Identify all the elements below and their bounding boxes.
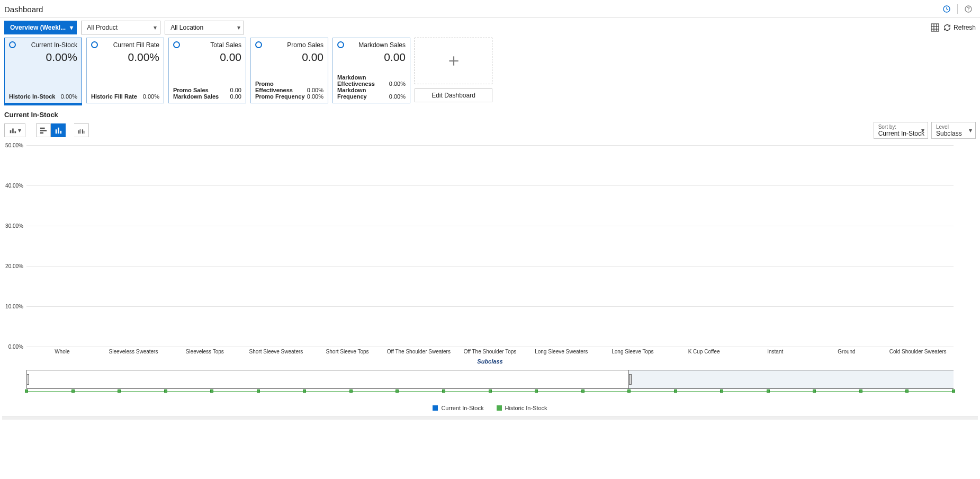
chevron-down-icon: ▾	[921, 127, 924, 134]
brush-handle-right[interactable]	[629, 374, 632, 385]
vertical-bar-icon	[55, 127, 62, 134]
grouped-bar-button[interactable]	[74, 123, 89, 137]
brush-selection[interactable]	[26, 370, 629, 389]
add-tile-button[interactable]	[415, 38, 492, 84]
horizontal-bar-button[interactable]	[36, 123, 51, 137]
brush-tick	[71, 389, 75, 393]
chart-legend: Current In-StockHistoric In-Stock	[0, 405, 980, 411]
view-dropdown[interactable]: Overview (Weekl... ▾	[4, 21, 77, 34]
chart-type-dropdown[interactable]: ▾	[4, 123, 25, 137]
svg-rect-12	[14, 131, 16, 134]
chart-x-tick: Short Sleeve Sweaters	[249, 349, 303, 354]
kpi-subrow-value: 0.00%	[307, 93, 323, 100]
kpi-tiles-row: Current In-Stock0.00%Historic In-Stock0.…	[0, 38, 980, 103]
svg-rect-11	[12, 129, 14, 134]
svg-rect-14	[40, 130, 47, 131]
svg-rect-16	[55, 129, 57, 134]
kpi-subrow-label: Promo Sales	[173, 87, 209, 93]
chart-gridline	[26, 185, 954, 186]
brush-tick	[210, 389, 213, 393]
vertical-bar-button[interactable]	[51, 123, 66, 137]
chart-plot-area: 0.00%10.00%20.00%30.00%40.00%50.00%Whole…	[26, 145, 954, 347]
kpi-value: 0.00	[255, 49, 323, 64]
kpi-title: Total Sales	[210, 41, 241, 49]
brush-tick	[720, 389, 723, 393]
brush-tick	[767, 389, 770, 393]
divider	[957, 4, 958, 14]
kpi-subrow-label: Historic Fill Rate	[91, 93, 137, 100]
chart-gridline	[26, 145, 954, 146]
chevron-down-icon: ▾	[969, 127, 972, 134]
kpi-ring-icon	[91, 41, 98, 48]
chart-x-tick: Ground	[838, 349, 855, 354]
level-dropdown[interactable]: Level Subclass ▾	[931, 122, 976, 139]
sort-by-value: Current In-Stock	[878, 130, 924, 137]
kpi-subrow-label: Promo Effectiveness	[255, 81, 305, 93]
chart-x-tick: Off The Shoulder Tops	[464, 349, 517, 354]
refresh-button[interactable]: Refresh	[943, 24, 976, 31]
kpi-title: Promo Sales	[287, 41, 323, 49]
brush-handle-left[interactable]	[26, 374, 29, 385]
svg-rect-3	[931, 24, 939, 31]
chart-y-tick: 10.00%	[0, 304, 23, 309]
chart-y-tick: 20.00%	[0, 263, 23, 269]
svg-rect-20	[79, 129, 80, 134]
kpi-tile[interactable]: Promo Sales0.00Promo Effectiveness0.00%P…	[250, 38, 328, 103]
kpi-tile[interactable]: Total Sales0.00Promo Sales0.00Markdown S…	[168, 38, 246, 103]
brush-tick	[859, 389, 862, 393]
kpi-subrow-value: 0.00	[230, 87, 241, 93]
brush-tick	[257, 389, 260, 393]
refresh-icon	[943, 24, 951, 31]
kpi-subrow-value: 0.00%	[61, 93, 77, 100]
chart-x-tick: K Cup Coffee	[688, 349, 720, 354]
location-filter-dropdown[interactable]: All Location ▾	[165, 21, 244, 34]
legend-item: Historic In-Stock	[497, 405, 547, 411]
kpi-subrow-value: 0.00	[230, 93, 241, 100]
kpi-tile[interactable]: Current Fill Rate0.00%Historic Fill Rate…	[86, 38, 164, 103]
filter-toolbar: Overview (Weekl... ▾ All Product ▾ All L…	[0, 17, 980, 38]
kpi-subrow-label: Historic In-Stock	[9, 93, 55, 100]
svg-rect-17	[58, 128, 59, 134]
chart-gridline	[26, 266, 954, 267]
svg-rect-13	[40, 128, 45, 129]
chart-x-tick: Sleeveless Sweaters	[109, 349, 158, 354]
chart-brush[interactable]	[26, 370, 954, 402]
kpi-subrow-value: 0.00%	[307, 87, 323, 93]
legend-label: Historic In-Stock	[505, 405, 547, 411]
horizontal-scrollbar[interactable]	[2, 416, 978, 420]
svg-rect-22	[83, 131, 84, 134]
kpi-subrow-label: Markdown Effectiveness	[337, 74, 387, 87]
product-filter-dropdown[interactable]: All Product ▾	[81, 21, 160, 34]
grid-view-icon[interactable]	[931, 23, 939, 32]
level-label: Level	[936, 124, 972, 130]
edit-dashboard-button[interactable]: Edit Dashboard	[415, 88, 492, 102]
chart-y-tick: 30.00%	[0, 223, 23, 229]
kpi-subrow-value: 0.00%	[389, 81, 406, 87]
brush-tick	[905, 389, 909, 393]
chart-x-tick: Whole	[55, 349, 69, 354]
chart-toolbar: ▾ Sort by: Current In-Stock ▾ Level Subc…	[0, 122, 980, 141]
sort-by-label: Sort by:	[878, 124, 924, 130]
recent-clock-icon[interactable]	[942, 5, 951, 13]
chart-gridline	[26, 306, 954, 307]
chart-x-tick: Short Sleeve Tops	[326, 349, 369, 354]
horizontal-bar-icon	[40, 127, 47, 134]
brush-tick	[813, 389, 816, 393]
chart-x-tick: Cold Shoulder Sweaters	[889, 349, 947, 354]
kpi-subrow-value: 0.00%	[389, 93, 406, 100]
product-filter-label: All Product	[87, 24, 118, 31]
chevron-down-icon: ▾	[70, 24, 73, 31]
help-icon[interactable]	[964, 5, 973, 13]
legend-swatch	[433, 405, 438, 411]
kpi-ring-icon	[173, 41, 180, 48]
kpi-subrow-value: 0.00%	[143, 93, 159, 100]
kpi-tile[interactable]: Markdown Sales0.00Markdown Effectiveness…	[332, 38, 410, 103]
brush-tick	[627, 389, 631, 393]
chart-y-tick: 40.00%	[0, 183, 23, 189]
kpi-subrow-label: Markdown Sales	[173, 93, 219, 100]
svg-rect-15	[40, 132, 43, 134]
chart-gridline	[26, 226, 954, 226]
kpi-tile[interactable]: Current In-Stock0.00%Historic In-Stock0.…	[4, 38, 82, 103]
sort-by-dropdown[interactable]: Sort by: Current In-Stock ▾	[874, 122, 928, 139]
legend-label: Current In-Stock	[441, 405, 483, 411]
